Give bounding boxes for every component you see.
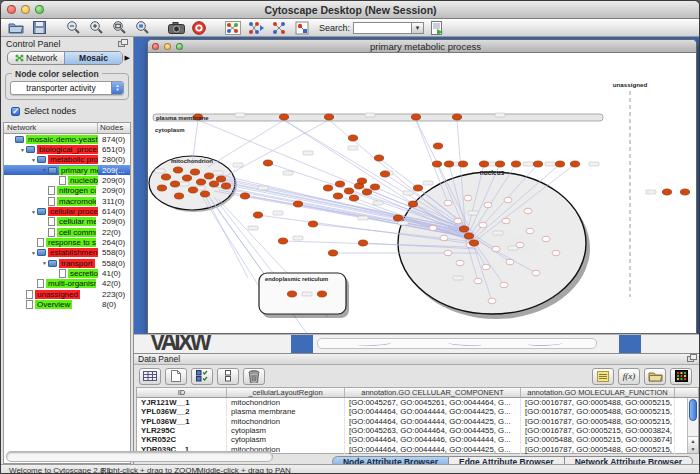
tree-row[interactable]: ▼establishment of lo558(0) [4, 248, 130, 258]
node[interactable] [263, 160, 272, 166]
tree-row[interactable]: ▼metabolic process280(0) [4, 155, 130, 165]
help-button[interactable] [189, 20, 209, 36]
node[interactable] [362, 189, 371, 195]
tab-overflow-arrow-icon[interactable]: ▶ [125, 54, 130, 62]
node-unfilled[interactable] [524, 208, 532, 214]
column-header[interactable]: ID [137, 388, 227, 397]
node-unfilled[interactable] [552, 250, 560, 256]
tab-mosaic[interactable]: Mosaic [64, 52, 121, 64]
node-unfilled[interactable] [474, 278, 482, 284]
node[interactable] [216, 176, 225, 182]
zoom-in-button[interactable] [86, 20, 106, 36]
node[interactable] [432, 161, 441, 167]
layout-a-button[interactable] [246, 20, 266, 36]
node-unfilled[interactable] [482, 264, 490, 270]
node[interactable] [464, 233, 473, 239]
tree-row[interactable]: macromolecule311(0) [4, 196, 130, 206]
node[interactable] [188, 187, 197, 193]
expand-arrow-icon[interactable]: ▼ [41, 167, 48, 173]
node[interactable] [680, 189, 689, 195]
attribute-matrix-button[interactable] [670, 368, 692, 385]
table-row[interactable]: YKR052Ccytoplasm[GO:0044464, GO:0044446,… [137, 435, 698, 444]
node[interactable] [182, 175, 191, 181]
frame-minimize-button[interactable] [164, 43, 171, 50]
node-unfilled[interactable] [516, 242, 524, 248]
table-row[interactable]: YLR295Ccytoplasm[GO:0045263, GO:0044464,… [137, 426, 698, 435]
zoom-window-button[interactable] [35, 5, 44, 14]
tree-col-network[interactable]: Network [4, 123, 98, 133]
notepad-button[interactable] [592, 368, 614, 385]
node[interactable] [458, 161, 467, 167]
unselect-attributes-button[interactable] [217, 368, 239, 385]
node[interactable] [209, 181, 218, 187]
node[interactable] [221, 183, 230, 189]
node[interactable] [408, 201, 417, 207]
node[interactable] [317, 291, 326, 297]
node-unfilled[interactable] [506, 259, 514, 265]
column-header[interactable]: _cellularLayoutRegion [227, 388, 345, 397]
node[interactable] [393, 215, 402, 221]
node-unfilled[interactable] [492, 246, 500, 252]
node[interactable] [374, 155, 383, 161]
node[interactable] [511, 161, 520, 167]
import-attributes-button[interactable] [644, 368, 666, 385]
expand-arrow-icon[interactable]: ▼ [41, 260, 48, 266]
node[interactable] [279, 114, 288, 120]
float-data-panel-icon[interactable] [687, 354, 697, 364]
column-header[interactable]: annotation.GO MOLECULAR_FUNCTION [521, 388, 675, 397]
tree-row[interactable]: response to stimul264(0) [4, 237, 130, 247]
snapshot-button[interactable] [166, 20, 186, 36]
table-row[interactable]: YPL036W__1mitochondrion[GO:0044464, GO:0… [137, 417, 698, 426]
node-unfilled[interactable] [488, 298, 496, 304]
attribute-dropdown[interactable]: transporter activity ▲▼ [10, 81, 124, 95]
node-unfilled[interactable] [532, 270, 540, 276]
vizmapper-button[interactable] [292, 20, 312, 36]
node[interactable] [413, 185, 422, 191]
node-unfilled[interactable] [526, 228, 534, 234]
select-attributes-button[interactable] [191, 368, 213, 385]
node[interactable] [433, 143, 442, 149]
node[interactable] [240, 193, 249, 199]
node[interactable] [335, 181, 344, 187]
node-unfilled[interactable] [504, 197, 512, 203]
scrollbar-arrows-icon[interactable]: ▲▼ [688, 436, 698, 453]
table-row[interactable]: YJR121W__1mitochondrion[GO:0045267, GO:0… [137, 398, 698, 407]
node[interactable] [278, 238, 287, 244]
node[interactable] [157, 185, 166, 191]
open-session-button[interactable] [6, 20, 26, 36]
node-unfilled[interactable] [502, 218, 510, 224]
tree-row[interactable]: nucleobase-209(0) [4, 175, 130, 185]
node[interactable] [479, 161, 488, 167]
save-session-button[interactable] [29, 20, 49, 36]
tree-row[interactable]: cell communicat22(0) [4, 227, 130, 237]
node[interactable] [380, 171, 389, 177]
close-button[interactable] [7, 5, 16, 14]
node[interactable] [287, 291, 296, 297]
node[interactable] [308, 221, 317, 227]
tree-col-nodes[interactable]: Nodes [98, 123, 130, 133]
node[interactable] [174, 193, 183, 199]
node-unfilled[interactable] [464, 195, 472, 201]
zoom-selected-button[interactable] [132, 20, 152, 36]
node[interactable] [344, 188, 353, 194]
node-unfilled[interactable] [454, 218, 462, 224]
table-scrollbar[interactable]: ▲▼ [687, 398, 698, 453]
tree-row[interactable]: secretion41(0) [4, 268, 130, 278]
node[interactable] [196, 179, 205, 185]
delete-attribute-button[interactable] [243, 368, 265, 385]
tree-row[interactable]: ▼cellular process614(0) [4, 206, 130, 216]
float-panel-icon[interactable] [118, 39, 128, 49]
node[interactable] [348, 135, 357, 141]
tree-row[interactable]: nitrogen compo209(0) [4, 186, 130, 196]
node[interactable] [323, 185, 332, 191]
tree-row[interactable]: multi-organism pro42(0) [4, 279, 130, 289]
node[interactable] [357, 178, 366, 184]
tree-row[interactable]: unassigned223(0) [4, 289, 130, 299]
node-unfilled[interactable] [542, 236, 550, 242]
node-unfilled[interactable] [484, 202, 492, 208]
tree-row[interactable]: ▼transport558(0) [4, 258, 130, 268]
node[interactable] [411, 114, 420, 120]
network-frame-titlebar[interactable]: primary metabolic process [148, 40, 696, 53]
node[interactable] [662, 189, 671, 195]
minimize-button[interactable] [21, 5, 30, 14]
